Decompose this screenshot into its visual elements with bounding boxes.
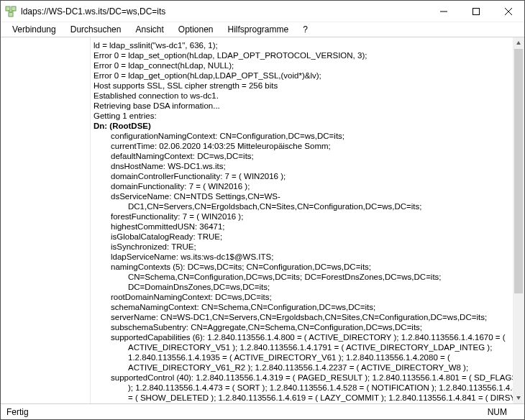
output-pane: ld = ldap_sslinit("ws-dc1", 636, 1); Err… xyxy=(91,37,524,403)
output-text[interactable]: ld = ldap_sslinit("ws-dc1", 636, 1); Err… xyxy=(91,37,513,403)
output-line: ldapServiceName: ws.its:ws-dc1$@WS.ITS; xyxy=(93,252,510,262)
output-line: serverName: CN=WS-DC1,CN=Servers,CN=Ergo… xyxy=(93,312,510,322)
output-line: Retrieving base DSA information... xyxy=(93,101,510,111)
content-area: ld = ldap_sslinit("ws-dc1", 636, 1); Err… xyxy=(1,37,524,403)
output-line: ld = ldap_sslinit("ws-dc1", 636, 1); xyxy=(93,40,510,50)
output-line: schemaNamingContext: CN=Schema,CN=Config… xyxy=(93,302,510,312)
output-line: supportedControl (40): 1.2.840.113556.1.… xyxy=(93,373,510,383)
minimize-button[interactable] xyxy=(427,1,460,22)
menu-ansicht[interactable]: Ansicht xyxy=(129,24,169,35)
output-line: Host supports SSL, SSL cipher strength =… xyxy=(93,81,510,91)
scroll-track[interactable] xyxy=(513,49,524,392)
statusbar: Fertig NUM xyxy=(1,403,524,419)
output-line: currentTime: 02.06.2020 14:03:25 Mittele… xyxy=(93,141,510,151)
output-line: rootDomainNamingContext: DC=ws,DC=its; xyxy=(93,292,510,302)
svg-line-8 xyxy=(505,8,512,15)
svg-marker-10 xyxy=(516,396,521,400)
menu-help[interactable]: ? xyxy=(297,24,314,35)
output-line: dnsHostName: WS-DC1.ws.its; xyxy=(93,161,510,171)
svg-rect-2 xyxy=(9,12,13,17)
output-line: isGlobalCatalogReady: TRUE; xyxy=(93,232,510,242)
output-line: ACTIVE_DIRECTORY_V61_R2 ); 1.2.840.11355… xyxy=(93,362,510,373)
window-controls xyxy=(427,1,524,22)
output-line: dsServiceName: CN=NTDS Settings,CN=WS- xyxy=(93,191,510,201)
status-numlock: NUM xyxy=(488,407,519,417)
output-line: subschemaSubentry: CN=Aggregate,CN=Schem… xyxy=(93,322,510,332)
menu-durchsuchen[interactable]: Durchsuchen xyxy=(65,24,127,35)
output-line: domainControllerFunctionality: 7 = ( WIN… xyxy=(93,171,510,181)
svg-rect-0 xyxy=(6,6,10,11)
titlebar: ldaps://WS-DC1.ws.its/DC=ws,DC=its xyxy=(1,1,524,22)
output-line: namingContexts (5): DC=ws,DC=its; CN=Con… xyxy=(93,262,510,272)
output-line: forestFunctionality: 7 = ( WIN2016 ); xyxy=(93,211,510,222)
output-line: highestCommittedUSN: 36471; xyxy=(93,222,510,232)
svg-marker-9 xyxy=(516,41,521,45)
output-line: defaultNamingContext: DC=ws,DC=its; xyxy=(93,151,510,161)
output-line: configurationNamingContext: CN=Configura… xyxy=(93,131,510,141)
svg-line-7 xyxy=(505,8,512,15)
output-line: 1.2.840.113556.1.4.1935 = ( ACTIVE_DIREC… xyxy=(93,352,510,362)
output-line: Getting 1 entries: xyxy=(93,111,510,121)
tree-pane[interactable] xyxy=(1,37,91,403)
output-line: Error 0 = ldap_connect(hLdap, NULL); xyxy=(93,60,510,70)
scroll-thumb[interactable] xyxy=(514,49,523,293)
maximize-button[interactable] xyxy=(460,1,492,22)
window-title: ldaps://WS-DC1.ws.its/DC=ws,DC=its xyxy=(21,6,427,17)
output-line: ACTIVE_DIRECTORY_V51 ); 1.2.840.113556.1… xyxy=(93,342,510,352)
output-line: = ( SHOW_DELETED ); 1.2.840.113556.1.4.6… xyxy=(93,393,510,403)
app-icon xyxy=(1,6,21,17)
output-line-dn: Dn: (RootDSE) xyxy=(93,121,510,131)
app-window: ldaps://WS-DC1.ws.its/DC=ws,DC=its Verbi… xyxy=(0,0,525,420)
menu-hilfsprogramme[interactable]: Hilfsprogramme xyxy=(222,24,295,35)
output-line: isSynchronized: TRUE; xyxy=(93,242,510,252)
menu-optionen[interactable]: Optionen xyxy=(173,24,219,35)
status-left: Fertig xyxy=(6,407,488,417)
menu-verbindung[interactable]: Verbindung xyxy=(6,24,62,35)
output-line: Error 0 = ldap_get_option(hLdap,LDAP_OPT… xyxy=(93,70,510,81)
svg-rect-6 xyxy=(472,8,479,14)
output-line: Error 0 = ldap_set_option(hLdap, LDAP_OP… xyxy=(93,50,510,60)
output-line: domainFunctionality: 7 = ( WIN2016 ); xyxy=(93,181,510,191)
scroll-down-icon[interactable] xyxy=(513,392,524,403)
output-line: DC=DomainDnsZones,DC=ws,DC=its; xyxy=(93,282,510,292)
output-line: DC1,CN=Servers,CN=Ergoldsbach,CN=Sites,C… xyxy=(93,201,510,211)
vertical-scrollbar[interactable] xyxy=(513,37,524,403)
close-button[interactable] xyxy=(492,1,524,22)
output-line: Established connection to ws-dc1. xyxy=(93,91,510,101)
scroll-up-icon[interactable] xyxy=(513,37,524,49)
output-line: ); 1.2.840.113556.1.4.473 = ( SORT ); 1.… xyxy=(93,383,510,393)
output-line: CN=Schema,CN=Configuration,DC=ws,DC=its;… xyxy=(93,272,510,282)
menubar: Verbindung Durchsuchen Ansicht Optionen … xyxy=(1,22,524,37)
output-line: supportedCapabilities (6): 1.2.840.11355… xyxy=(93,332,510,342)
svg-rect-1 xyxy=(12,6,16,11)
